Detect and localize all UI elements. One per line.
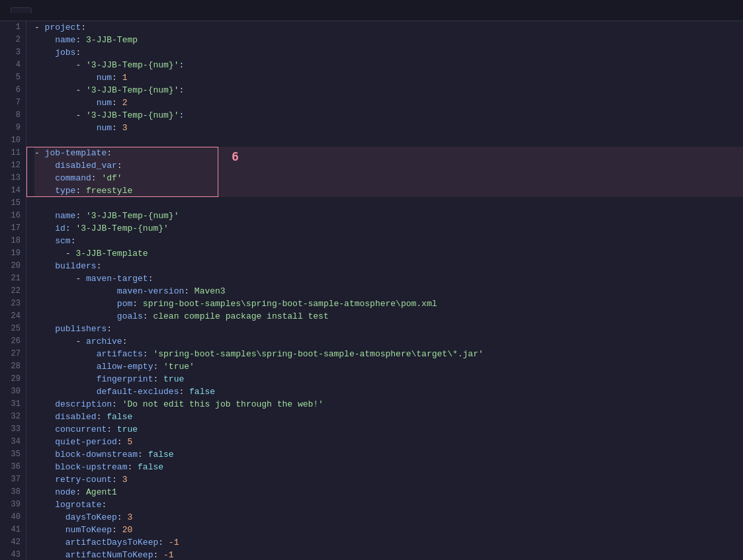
line-number: 12: [5, 159, 21, 172]
line-numbers: 1234567891011121314151617181920212223242…: [0, 21, 26, 560]
annotation-label: 6: [232, 149, 239, 163]
code-line: - '3-JJB-Temp-{num}':: [34, 84, 743, 97]
line-number: 8: [5, 109, 21, 122]
code-line: command: 'df': [34, 172, 743, 184]
line-number: 4: [5, 59, 21, 71]
line-number: 30: [5, 385, 21, 398]
line-number: 21: [5, 272, 21, 285]
code-line: fingerprint: true: [34, 373, 743, 385]
code-line: [34, 134, 743, 147]
line-number: 42: [5, 536, 21, 549]
code-line: default-excludes: false: [34, 385, 743, 398]
line-number: 6: [5, 84, 21, 97]
line-number: 29: [5, 373, 21, 385]
code-line: num: 1: [34, 71, 743, 84]
code-line: scm:: [34, 235, 743, 247]
code-line: maven-version: Maven3: [34, 285, 743, 298]
code-line: name: 3-JJB-Temp: [34, 34, 743, 46]
line-number: 31: [5, 398, 21, 411]
line-number: 36: [5, 461, 21, 473]
code-line: id: '3-JJB-Temp-{num}': [34, 222, 743, 235]
code-line: disabled: false: [34, 411, 743, 423]
title-bar: [0, 0, 743, 21]
code-line: publishers:: [34, 323, 743, 335]
line-number: 32: [5, 411, 21, 423]
code-line: - 3-JJB-Template: [34, 247, 743, 260]
code-line: goals: clean compile package install tes…: [34, 310, 743, 323]
code-line: jobs:: [34, 46, 743, 59]
code-line: disabled_var:: [34, 159, 743, 172]
line-number: 37: [5, 473, 21, 486]
line-number: 34: [5, 436, 21, 448]
code-line: artifacts: 'spring-boot-samples\spring-b…: [34, 348, 743, 360]
code-line: pom: spring-boot-samples\spring-boot-sam…: [34, 298, 743, 310]
code-line: retry-count: 3: [34, 473, 743, 486]
line-number: 25: [5, 323, 21, 335]
line-number: 13: [5, 172, 21, 184]
editor-area: 1234567891011121314151617181920212223242…: [0, 21, 743, 560]
file-tab[interactable]: [11, 7, 32, 13]
line-number: 1: [5, 21, 21, 34]
line-number: 3: [5, 46, 21, 59]
code-line: name: '3-JJB-Temp-{num}': [34, 210, 743, 222]
code-line: - project:: [34, 21, 743, 34]
line-number: 24: [5, 310, 21, 323]
code-line: daysToKeep: 3: [34, 511, 743, 524]
line-number: 15: [5, 197, 21, 210]
code-line: num: 2: [34, 97, 743, 109]
line-number: 2: [5, 34, 21, 46]
code-line: numToKeep: 20: [34, 524, 743, 536]
line-number: 41: [5, 524, 21, 536]
line-number: 18: [5, 235, 21, 247]
line-number: 9: [5, 122, 21, 134]
line-number: 19: [5, 247, 21, 260]
line-number: 14: [5, 184, 21, 197]
code-area[interactable]: - project: name: 3-JJB-Temp jobs: - '3-J…: [26, 21, 743, 560]
line-number: 7: [5, 97, 21, 109]
line-number: 26: [5, 335, 21, 348]
line-number: 43: [5, 549, 21, 560]
code-line: - job-template:: [34, 147, 743, 159]
line-number: 16: [5, 210, 21, 222]
line-number: 40: [5, 511, 21, 524]
line-number: 17: [5, 222, 21, 235]
code-line: description: 'Do not edit this job throu…: [34, 398, 743, 411]
line-number: 23: [5, 298, 21, 310]
code-line: [34, 197, 743, 210]
code-line: node: Agent1: [34, 486, 743, 499]
code-line: block-downstream: false: [34, 448, 743, 461]
line-number: 28: [5, 360, 21, 373]
line-number: 20: [5, 260, 21, 272]
line-number: 33: [5, 423, 21, 436]
code-line: allow-empty: 'true': [34, 360, 743, 373]
line-number: 22: [5, 285, 21, 298]
code-line: logrotate:: [34, 499, 743, 511]
line-number: 11: [5, 147, 21, 159]
line-number: 27: [5, 348, 21, 360]
code-line: quiet-period: 5: [34, 436, 743, 448]
code-line: concurrent: true: [34, 423, 743, 436]
code-line: - maven-target:: [34, 272, 743, 285]
code-line: - '3-JJB-Temp-{num}':: [34, 109, 743, 122]
code-line: artifactNumToKeep: -1: [34, 549, 743, 560]
code-line: block-upstream: false: [34, 461, 743, 473]
code-line: - '3-JJB-Temp-{num}':: [34, 59, 743, 71]
line-number: 39: [5, 499, 21, 511]
line-number: 10: [5, 134, 21, 147]
code-line: type: freestyle: [34, 184, 743, 197]
line-number: 5: [5, 71, 21, 84]
code-line: - archive:: [34, 335, 743, 348]
code-line: num: 3: [34, 122, 743, 134]
line-number: 38: [5, 486, 21, 499]
line-number: 35: [5, 448, 21, 461]
code-line: artifactDaysToKeep: -1: [34, 536, 743, 549]
code-line: builders:: [34, 260, 743, 272]
